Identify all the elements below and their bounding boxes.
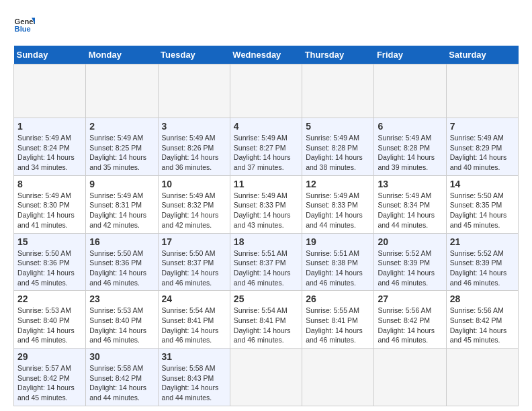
calendar-cell: 11 Sunrise: 5:49 AM Sunset: 8:33 PM Dayl… (230, 175, 302, 233)
calendar-cell: 8 Sunrise: 5:49 AM Sunset: 8:30 PM Dayli… (14, 175, 86, 233)
calendar-cell: 21 Sunrise: 5:52 AM Sunset: 8:39 PM Dayl… (446, 233, 518, 291)
day-info: Sunrise: 5:49 AM Sunset: 8:34 PM Dayligh… (378, 191, 442, 230)
calendar-cell: 3 Sunrise: 5:49 AM Sunset: 8:26 PM Dayli… (158, 118, 230, 176)
calendar-week-6: 29 Sunrise: 5:57 AM Sunset: 8:42 PM Dayl… (14, 349, 519, 406)
calendar-week-5: 22 Sunrise: 5:53 AM Sunset: 8:40 PM Dayl… (14, 291, 519, 349)
calendar-cell (446, 64, 518, 118)
calendar-cell (374, 64, 446, 118)
day-info: Sunrise: 5:53 AM Sunset: 8:40 PM Dayligh… (17, 306, 82, 345)
day-number: 24 (162, 293, 226, 304)
day-info: Sunrise: 5:49 AM Sunset: 8:24 PM Dayligh… (17, 133, 82, 173)
day-info: Sunrise: 5:53 AM Sunset: 8:40 PM Dayligh… (89, 306, 154, 345)
calendar-week-1 (14, 64, 519, 118)
day-info: Sunrise: 5:52 AM Sunset: 8:39 PM Dayligh… (378, 248, 442, 288)
day-info: Sunrise: 5:49 AM Sunset: 8:25 PM Dayligh… (89, 133, 154, 173)
day-number: 9 (89, 179, 154, 189)
day-number: 2 (89, 121, 154, 132)
calendar-cell (230, 349, 302, 406)
day-number: 16 (89, 236, 154, 247)
day-number: 30 (89, 351, 154, 362)
day-number: 6 (378, 121, 442, 132)
day-info: Sunrise: 5:54 AM Sunset: 8:41 PM Dayligh… (234, 306, 298, 345)
day-number: 28 (450, 293, 515, 304)
calendar-cell: 26 Sunrise: 5:55 AM Sunset: 8:41 PM Dayl… (302, 291, 374, 349)
calendar-cell (446, 349, 518, 406)
day-number: 15 (17, 236, 82, 247)
day-info: Sunrise: 5:50 AM Sunset: 8:36 PM Dayligh… (17, 248, 82, 288)
calendar-cell: 16 Sunrise: 5:50 AM Sunset: 8:36 PM Dayl… (86, 233, 158, 291)
calendar-cell: 29 Sunrise: 5:57 AM Sunset: 8:42 PM Dayl… (14, 349, 86, 406)
day-info: Sunrise: 5:52 AM Sunset: 8:39 PM Dayligh… (450, 248, 515, 288)
calendar-week-2: 1 Sunrise: 5:49 AM Sunset: 8:24 PM Dayli… (14, 118, 519, 176)
day-number: 19 (306, 236, 370, 247)
day-info: Sunrise: 5:50 AM Sunset: 8:37 PM Dayligh… (162, 248, 226, 288)
day-info: Sunrise: 5:55 AM Sunset: 8:41 PM Dayligh… (306, 306, 370, 345)
calendar-cell: 22 Sunrise: 5:53 AM Sunset: 8:40 PM Dayl… (14, 291, 86, 349)
logo: General Blue (13, 13, 38, 35)
day-info: Sunrise: 5:49 AM Sunset: 8:33 PM Dayligh… (306, 191, 370, 230)
day-info: Sunrise: 5:56 AM Sunset: 8:42 PM Dayligh… (450, 306, 515, 345)
calendar-cell: 18 Sunrise: 5:51 AM Sunset: 8:37 PM Dayl… (230, 233, 302, 291)
col-header-friday: Friday (374, 46, 446, 64)
day-info: Sunrise: 5:49 AM Sunset: 8:32 PM Dayligh… (162, 191, 226, 230)
day-number: 21 (450, 236, 515, 247)
calendar-week-3: 8 Sunrise: 5:49 AM Sunset: 8:30 PM Dayli… (14, 175, 519, 233)
day-info: Sunrise: 5:50 AM Sunset: 8:36 PM Dayligh… (89, 248, 154, 288)
calendar-cell: 10 Sunrise: 5:49 AM Sunset: 8:32 PM Dayl… (158, 175, 230, 233)
day-info: Sunrise: 5:58 AM Sunset: 8:43 PM Dayligh… (162, 363, 226, 403)
calendar-cell (158, 64, 230, 118)
day-info: Sunrise: 5:49 AM Sunset: 8:30 PM Dayligh… (17, 191, 82, 230)
calendar-cell: 25 Sunrise: 5:54 AM Sunset: 8:41 PM Dayl… (230, 291, 302, 349)
col-header-sunday: Sunday (14, 46, 86, 64)
calendar-cell: 12 Sunrise: 5:49 AM Sunset: 8:33 PM Dayl… (302, 175, 374, 233)
col-header-thursday: Thursday (302, 46, 374, 64)
day-info: Sunrise: 5:49 AM Sunset: 8:33 PM Dayligh… (234, 191, 298, 230)
day-number: 20 (378, 236, 442, 247)
day-number: 18 (234, 236, 298, 247)
calendar-cell: 23 Sunrise: 5:53 AM Sunset: 8:40 PM Dayl… (86, 291, 158, 349)
calendar-cell: 30 Sunrise: 5:58 AM Sunset: 8:42 PM Dayl… (86, 349, 158, 406)
day-number: 14 (450, 179, 515, 189)
calendar-cell: 7 Sunrise: 5:49 AM Sunset: 8:29 PM Dayli… (446, 118, 518, 176)
calendar-week-4: 15 Sunrise: 5:50 AM Sunset: 8:36 PM Dayl… (14, 233, 519, 291)
calendar-cell: 4 Sunrise: 5:49 AM Sunset: 8:27 PM Dayli… (230, 118, 302, 176)
calendar-cell: 27 Sunrise: 5:56 AM Sunset: 8:42 PM Dayl… (374, 291, 446, 349)
day-number: 23 (89, 293, 154, 304)
day-number: 12 (306, 179, 370, 189)
calendar-cell: 31 Sunrise: 5:58 AM Sunset: 8:43 PM Dayl… (158, 349, 230, 406)
calendar-cell: 6 Sunrise: 5:49 AM Sunset: 8:28 PM Dayli… (374, 118, 446, 176)
day-number: 17 (162, 236, 226, 247)
day-info: Sunrise: 5:51 AM Sunset: 8:37 PM Dayligh… (234, 248, 298, 288)
calendar-cell (302, 349, 374, 406)
day-number: 29 (17, 351, 82, 362)
day-number: 3 (162, 121, 226, 132)
calendar-cell: 15 Sunrise: 5:50 AM Sunset: 8:36 PM Dayl… (14, 233, 86, 291)
calendar-table: SundayMondayTuesdayWednesdayThursdayFrid… (13, 46, 519, 406)
logo-icon: General Blue (13, 13, 35, 35)
calendar-cell: 14 Sunrise: 5:50 AM Sunset: 8:35 PM Dayl… (446, 175, 518, 233)
day-info: Sunrise: 5:49 AM Sunset: 8:26 PM Dayligh… (162, 133, 226, 173)
calendar-cell: 28 Sunrise: 5:56 AM Sunset: 8:42 PM Dayl… (446, 291, 518, 349)
day-info: Sunrise: 5:58 AM Sunset: 8:42 PM Dayligh… (89, 363, 154, 403)
calendar-cell (374, 349, 446, 406)
calendar-cell: 9 Sunrise: 5:49 AM Sunset: 8:31 PM Dayli… (86, 175, 158, 233)
calendar-cell: 13 Sunrise: 5:49 AM Sunset: 8:34 PM Dayl… (374, 175, 446, 233)
day-info: Sunrise: 5:49 AM Sunset: 8:27 PM Dayligh… (234, 133, 298, 173)
day-number: 1 (17, 121, 82, 132)
day-info: Sunrise: 5:56 AM Sunset: 8:42 PM Dayligh… (378, 306, 442, 345)
svg-text:Blue: Blue (15, 25, 31, 33)
day-info: Sunrise: 5:49 AM Sunset: 8:29 PM Dayligh… (450, 133, 515, 173)
day-number: 11 (234, 179, 298, 189)
calendar-cell (14, 64, 86, 118)
day-number: 13 (378, 179, 442, 189)
day-info: Sunrise: 5:57 AM Sunset: 8:42 PM Dayligh… (17, 363, 82, 403)
calendar-cell: 19 Sunrise: 5:51 AM Sunset: 8:38 PM Dayl… (302, 233, 374, 291)
col-header-monday: Monday (86, 46, 158, 64)
calendar-cell (86, 64, 158, 118)
day-number: 7 (450, 121, 515, 132)
day-info: Sunrise: 5:54 AM Sunset: 8:41 PM Dayligh… (162, 306, 226, 345)
day-number: 25 (234, 293, 298, 304)
day-number: 8 (17, 179, 82, 189)
day-number: 22 (17, 293, 82, 304)
page-header: General Blue (13, 13, 519, 35)
